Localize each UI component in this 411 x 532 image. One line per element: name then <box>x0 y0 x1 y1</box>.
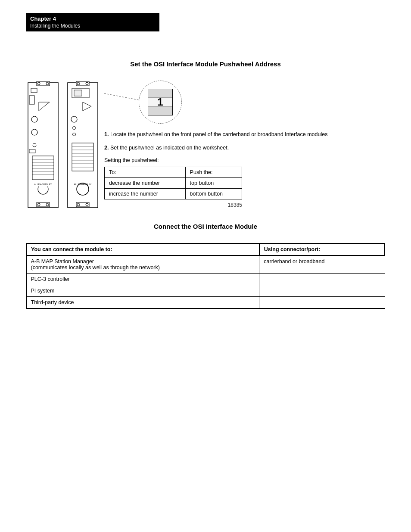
chapter-subtitle: Installing the Modules <box>30 23 155 29</box>
svg-point-46 <box>86 203 88 206</box>
push-table-col1-header: To: <box>105 167 186 177</box>
push-table-cell-to: decrease the number <box>105 177 186 188</box>
svg-point-45 <box>77 203 80 206</box>
diagram-container: ALLEN-BRADLEY <box>26 81 385 210</box>
svg-rect-34 <box>72 143 93 171</box>
chapter-label: Chapter 4 <box>30 16 155 22</box>
svg-text:ALLEN-BRADLEY: ALLEN-BRADLEY <box>34 183 53 186</box>
module-right-svg: ALLEN-BRADLEY <box>65 81 100 210</box>
svg-point-8 <box>31 129 37 135</box>
svg-point-27 <box>86 82 88 85</box>
svg-rect-29 <box>74 90 82 96</box>
svg-point-3 <box>46 82 49 85</box>
conn-table-cell-module: A-B MAP Station Manager(communicates loc… <box>26 255 259 274</box>
push-table-cell-push: bottom button <box>185 188 242 199</box>
section2: Connect the OSI Interface Module You can… <box>26 223 385 309</box>
conn-table-cell-connector <box>259 297 385 309</box>
svg-rect-10 <box>29 149 35 153</box>
conn-table-cell-module: Third-party device <box>26 297 259 309</box>
pushwheel-display: 1 <box>148 89 173 115</box>
conn-table-cell-connector <box>259 274 385 285</box>
section1-title: Set the OSI Interface Module Pushwheel A… <box>26 60 385 68</box>
conn-table-cell-connector: carrierband or broadband <box>259 255 385 274</box>
pushwheel-number: 1 <box>157 96 163 108</box>
conn-table-col2-header: Using connector/port: <box>259 243 385 255</box>
push-table-cell-push: top button <box>185 177 242 188</box>
svg-point-22 <box>37 203 40 206</box>
pushwheel-circle: 1 <box>139 81 182 124</box>
instructions-list: 1. Locate the pushwheel on the front pan… <box>104 131 385 157</box>
push-table-row: increase the numberbottom button <box>105 188 242 199</box>
conn-table-col1-header: You can connect the module to: <box>26 243 259 255</box>
header-bar: Chapter 4 Installing the Modules <box>26 13 159 31</box>
svg-point-23 <box>46 203 49 206</box>
push-table-col2-header: Push the: <box>185 167 242 177</box>
conn-table-row: Third-party device <box>26 297 385 309</box>
svg-rect-4 <box>31 88 37 93</box>
callout-line-svg <box>104 81 139 119</box>
svg-text:ALLEN-BRADLEY: ALLEN-BRADLEY <box>74 183 92 186</box>
conn-table-row: A-B MAP Station Manager(communicates loc… <box>26 255 385 274</box>
instruction-2: 2. Set the pushwheel as indicated on the… <box>104 144 385 152</box>
modules-diagram: ALLEN-BRADLEY <box>26 81 100 210</box>
svg-point-9 <box>33 143 36 147</box>
push-table: To: Push the: decrease the numbertop but… <box>104 167 242 199</box>
svg-point-2 <box>37 82 40 85</box>
push-table-cell-to: increase the number <box>105 188 186 199</box>
conn-table: You can connect the module to: Using con… <box>26 243 385 309</box>
main-content: Set the OSI Interface Module Pushwheel A… <box>26 60 385 309</box>
figure-number: 18385 <box>104 202 242 208</box>
callout-section: 1 1. Locate the pushwheel on the front p… <box>100 81 385 208</box>
svg-line-47 <box>104 93 139 100</box>
conn-table-cell-module: PLC-3 controller <box>26 274 259 285</box>
instruction-1: 1. Locate the pushwheel on the front pan… <box>104 131 385 139</box>
pushwheel-setting-label: Setting the pushwheel: <box>104 157 385 163</box>
conn-table-cell-connector <box>259 285 385 297</box>
svg-point-31 <box>71 116 77 122</box>
svg-point-26 <box>77 82 80 85</box>
callout-row: 1 <box>104 81 385 124</box>
svg-point-33 <box>73 133 76 136</box>
conn-table-cell-module: PI system <box>26 285 259 297</box>
conn-table-row: PI system <box>26 285 385 297</box>
svg-point-32 <box>73 127 76 130</box>
module-left-svg: ALLEN-BRADLEY <box>26 81 60 210</box>
conn-table-row: PLC-3 controller <box>26 274 385 285</box>
svg-point-7 <box>31 116 37 122</box>
push-table-row: decrease the numbertop button <box>105 177 242 188</box>
svg-rect-5 <box>29 96 34 104</box>
section2-title: Connect the OSI Interface Module <box>26 223 385 230</box>
